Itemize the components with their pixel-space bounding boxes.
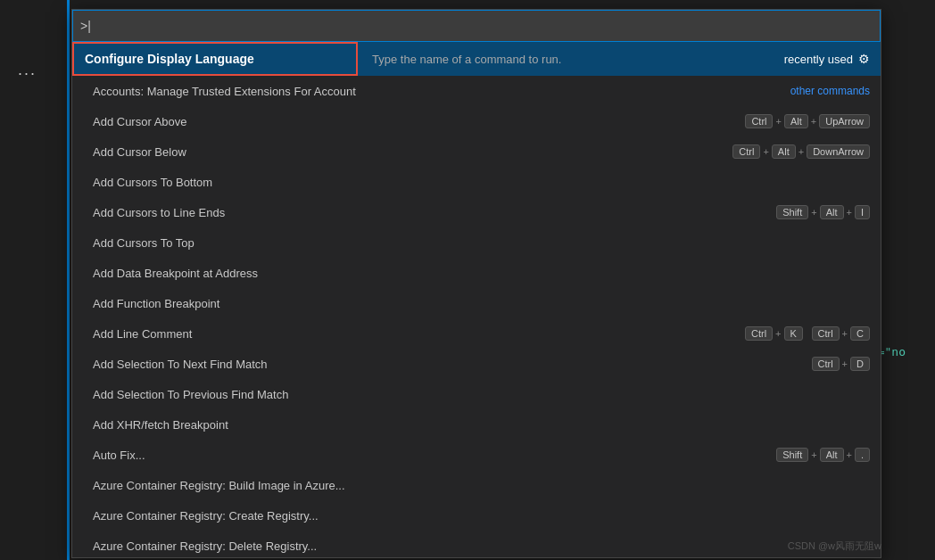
three-dots-menu[interactable]: ... — [18, 61, 37, 79]
key-i: I — [855, 205, 870, 219]
command-item-add-line-comment[interactable]: Add Line Comment Ctrl + K Ctrl + C — [72, 318, 881, 349]
keybindings: Ctrl + K Ctrl + C — [745, 326, 870, 341]
command-item-add-data-breakpoint[interactable]: Add Data Breakpoint at Address — [72, 258, 881, 288]
key-dot: . — [855, 448, 870, 462]
keybindings: Shift + Alt + I — [776, 205, 870, 219]
key-ctrl: Ctrl — [812, 357, 840, 371]
configure-display-language-item[interactable]: Configure Display Language — [72, 42, 358, 76]
command-name: Add Selection To Previous Find Match — [93, 388, 288, 401]
key-uparrow: UpArrow — [819, 114, 870, 128]
command-name: Add Cursors to Line Ends — [93, 206, 225, 219]
command-palette: Configure Display Language Type the name… — [71, 9, 881, 558]
command-item-add-cursors-bottom[interactable]: Add Cursors To Bottom — [72, 167, 881, 197]
commands-list: Accounts: Manage Trusted Extensions For … — [72, 76, 881, 557]
key-ctrl: Ctrl — [745, 326, 773, 341]
key-c: C — [850, 326, 870, 341]
command-item-azure-create[interactable]: Azure Container Registry: Create Registr… — [72, 500, 881, 531]
command-item-add-cursors-top[interactable]: Add Cursors To Top — [72, 227, 881, 258]
header-placeholder: Type the name of a command to run. — [358, 53, 774, 66]
command-item-azure-build[interactable]: Azure Container Registry: Build Image in… — [72, 470, 881, 500]
watermark: CSDN @w风雨无阻w — [788, 539, 881, 553]
key-alt: Alt — [820, 205, 844, 219]
keybindings: Ctrl + Alt + UpArrow — [745, 114, 870, 128]
configure-display-language-label: Configure Display Language — [85, 52, 254, 66]
command-item-azure-delete[interactable]: Azure Container Registry: Delete Registr… — [72, 531, 881, 557]
other-commands-link[interactable]: other commands — [790, 85, 870, 97]
keybindings: Ctrl + Alt + DownArrow — [732, 144, 870, 159]
key-shift: Shift — [776, 205, 808, 219]
command-item-add-xhr-breakpoint[interactable]: Add XHR/fetch Breakpoint — [72, 409, 881, 440]
key-alt: Alt — [820, 448, 844, 462]
command-item-add-cursor-above[interactable]: Add Cursor Above Ctrl + Alt + UpArrow — [72, 106, 881, 136]
command-name: Add Function Breakpoint — [93, 297, 219, 310]
search-bar[interactable] — [72, 10, 881, 42]
command-item-add-cursor-below[interactable]: Add Cursor Below Ctrl + Alt + DownArrow — [72, 136, 881, 167]
command-name: Auto Fix... — [93, 449, 145, 462]
command-item-add-selection-prev[interactable]: Add Selection To Previous Find Match — [72, 379, 881, 409]
key-alt: Alt — [772, 144, 796, 159]
command-name: Add XHR/fetch Breakpoint — [93, 418, 228, 432]
command-name: Accounts: Manage Trusted Extensions For … — [93, 85, 356, 98]
key-downarrow: DownArrow — [807, 144, 870, 159]
header-recently-used[interactable]: recently used ⚙ — [774, 52, 881, 66]
key-k: K — [784, 326, 803, 341]
command-name: Add Line Comment — [93, 327, 192, 341]
gear-icon[interactable]: ⚙ — [858, 52, 870, 66]
command-item-accounts[interactable]: Accounts: Manage Trusted Extensions For … — [72, 76, 881, 106]
command-name: Add Cursors To Top — [93, 236, 194, 250]
command-name: Add Data Breakpoint at Address — [93, 267, 258, 280]
key-ctrl: Ctrl — [745, 114, 773, 128]
key-ctrl2: Ctrl — [812, 326, 840, 341]
command-item-auto-fix[interactable]: Auto Fix... Shift + Alt + . — [72, 440, 881, 470]
command-name: Azure Container Registry: Delete Registr… — [93, 539, 317, 553]
command-name: Azure Container Registry: Build Image in… — [93, 479, 345, 492]
command-name: Add Selection To Next Find Match — [93, 358, 268, 371]
command-item-add-selection-next[interactable]: Add Selection To Next Find Match Ctrl + … — [72, 349, 881, 379]
key-alt: Alt — [784, 114, 808, 128]
command-name: Azure Container Registry: Create Registr… — [93, 509, 319, 523]
keybindings: Shift + Alt + . — [776, 448, 870, 462]
command-name: Add Cursor Below — [93, 145, 186, 159]
left-border — [67, 0, 70, 560]
command-input[interactable] — [80, 19, 873, 33]
key-ctrl: Ctrl — [732, 144, 760, 159]
command-item-add-function-breakpoint[interactable]: Add Function Breakpoint — [72, 288, 881, 318]
keybindings: Ctrl + D — [812, 357, 871, 371]
key-d: D — [850, 357, 870, 371]
key-shift: Shift — [776, 448, 808, 462]
palette-header: Configure Display Language Type the name… — [72, 42, 881, 76]
command-name: Add Cursors To Bottom — [93, 176, 212, 189]
command-name: Add Cursor Above — [93, 115, 187, 128]
command-item-add-cursors-line-ends[interactable]: Add Cursors to Line Ends Shift + Alt + I — [72, 197, 881, 227]
